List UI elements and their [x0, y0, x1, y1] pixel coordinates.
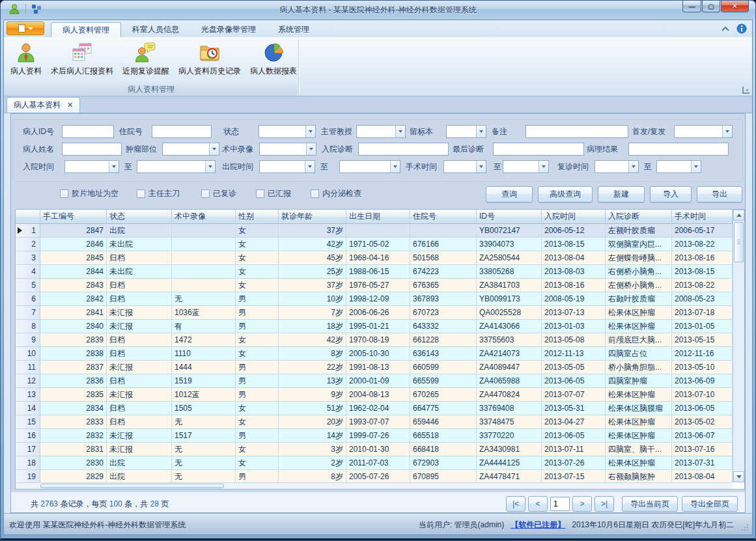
surgery-date-from-combobox[interactable]: [443, 160, 486, 173]
horizontal-scrollbar-thumb[interactable]: [40, 484, 224, 488]
row-header[interactable]: 11: [16, 361, 40, 374]
vertical-scrollbar-thumb[interactable]: [734, 222, 744, 262]
chevron-down-icon[interactable]: [691, 161, 701, 173]
patient-id-input[interactable]: [62, 125, 114, 138]
collapse-ribbon-chevron-icon[interactable]: [721, 25, 730, 32]
export-all-pages-button[interactable]: 导出全部页: [682, 496, 738, 512]
table-row[interactable]: 72841未汇报1036蓝男7岁2006-06-26670723QA002552…: [16, 306, 744, 320]
row-header[interactable]: 1: [16, 224, 40, 238]
chevron-down-icon[interactable]: [205, 161, 215, 173]
table-row[interactable]: 92839归档1472女42岁1970-08-19661228337556032…: [16, 333, 744, 347]
revisited-checkbox[interactable]: 已复诊: [201, 188, 236, 199]
chevron-down-icon[interactable]: [390, 161, 400, 173]
first-page-button[interactable]: |<: [506, 496, 525, 512]
table-row[interactable]: 192829出院无男8岁2005-07-26670895ZA4478471201…: [16, 470, 744, 484]
patient-name-input[interactable]: [62, 143, 122, 156]
table-row[interactable]: 42844未出院女25岁1988-06-15674223338052682013…: [16, 265, 744, 279]
ribbon-tab-staff-info[interactable]: 科室人员信息: [121, 22, 190, 37]
chief-surgeon-checkbox[interactable]: 主任主刀: [137, 188, 180, 199]
tumor-site-combobox[interactable]: [162, 143, 219, 156]
table-row[interactable]: 182830出院无女2岁2011-07-03672903ZA4444125201…: [16, 456, 744, 470]
row-header[interactable]: 9: [16, 333, 40, 347]
row-header[interactable]: 4: [16, 265, 40, 279]
chevron-down-icon[interactable]: [306, 143, 316, 155]
grid-header-cell[interactable]: 就诊年龄: [279, 210, 346, 224]
query-button[interactable]: 查询: [486, 186, 533, 202]
grid-header-cell[interactable]: ID号: [477, 210, 542, 224]
export-button[interactable]: 导出: [697, 186, 742, 202]
table-row[interactable]: 82840未汇报有男18岁1995-01-21643332ZA414306620…: [16, 320, 744, 333]
reported-checkbox[interactable]: 已汇报: [256, 188, 291, 199]
row-header[interactable]: 2: [16, 238, 40, 251]
ribbon-tab-system-management[interactable]: 系统管理: [267, 22, 320, 37]
onset-recurrence-combobox[interactable]: [674, 125, 733, 138]
row-header[interactable]: 3: [16, 251, 40, 265]
table-row[interactable]: 132835未汇报1012蓝男9岁2004-08-13670265ZA44708…: [16, 388, 744, 402]
grid-header-cell[interactable]: 入院时间: [542, 210, 606, 224]
grid-header-cell[interactable]: 手工编号: [40, 210, 107, 224]
vertical-scrollbar[interactable]: [733, 210, 744, 482]
remark-input[interactable]: [525, 125, 628, 138]
dialog-launcher-icon[interactable]: [742, 87, 749, 94]
patient-data-button[interactable]: 病人资料: [6, 38, 46, 78]
minimize-button[interactable]: —: [682, 1, 701, 12]
table-row[interactable]: 102838归档1110女8岁2005-10-30636143ZA4214073…: [16, 347, 744, 361]
row-header[interactable]: 5: [16, 279, 40, 292]
grid-header-cell[interactable]: 术中录像: [172, 210, 236, 224]
discharge-date-to-combobox[interactable]: [339, 160, 400, 173]
patient-history-button[interactable]: 病人资料历史记录: [174, 38, 245, 78]
next-page-button[interactable]: >: [572, 496, 592, 512]
revisit-date-to-combobox[interactable]: [656, 160, 701, 173]
table-row[interactable]: 12847出院女37岁YB00721472006-05-12左额叶胶质瘤2006…: [16, 224, 744, 238]
row-header[interactable]: 19: [16, 470, 40, 484]
patient-report-chart-button[interactable]: 病人数据报表: [245, 38, 301, 78]
grid-header-cell[interactable]: 出生日期: [346, 210, 410, 224]
chevron-down-icon[interactable]: [209, 143, 219, 155]
grid-header-cell[interactable]: [16, 210, 40, 224]
chevron-down-icon[interactable]: [476, 161, 486, 173]
row-header[interactable]: 16: [16, 429, 40, 443]
grid-header-cell[interactable]: 手术时间: [672, 210, 733, 224]
scroll-up-icon[interactable]: [733, 210, 744, 221]
table-row[interactable]: 22846未出院女42岁1971-05-02676166339040732013…: [16, 238, 744, 251]
postop-report-data-button[interactable]: 术后病人汇报资料: [46, 38, 118, 78]
registered-link[interactable]: 【软件已注册】: [511, 520, 565, 531]
table-row[interactable]: 152833归档无女20岁1993-07-0765944633748475201…: [16, 415, 744, 429]
admission-date-to-combobox[interactable]: [137, 160, 216, 173]
row-header[interactable]: 17: [16, 443, 40, 456]
table-row[interactable]: 32845归档女45岁1968-04-16501568ZA25805442013…: [16, 251, 744, 265]
professor-combobox[interactable]: [356, 125, 406, 138]
advanced-query-button[interactable]: 高级查询: [538, 186, 593, 202]
surgery-date-to-combobox[interactable]: [503, 160, 549, 173]
chevron-down-icon[interactable]: [109, 161, 119, 173]
grid-header-cell[interactable]: 状态: [107, 210, 172, 224]
chevron-down-icon[interactable]: [305, 126, 315, 137]
pathology-result-input[interactable]: [628, 143, 729, 156]
row-header[interactable]: 15: [16, 415, 40, 429]
table-row[interactable]: 142834归档1505女51岁1962-02-0466477533769408…: [16, 402, 744, 415]
revisit-reminder-button[interactable]: 近期复诊提醒: [118, 38, 174, 78]
new-button[interactable]: 新建: [598, 186, 645, 202]
export-current-page-button[interactable]: 导出当前页: [622, 496, 678, 512]
chevron-down-icon[interactable]: [722, 126, 732, 137]
row-header[interactable]: 18: [16, 456, 40, 470]
chevron-down-icon[interactable]: [305, 161, 315, 173]
admission-diagnosis-input[interactable]: [358, 143, 449, 156]
app-menu-button[interactable]: [7, 21, 44, 35]
surgery-video-combobox[interactable]: [259, 143, 316, 156]
import-button[interactable]: 导入: [650, 186, 692, 202]
row-header[interactable]: 14: [16, 402, 40, 415]
chevron-down-icon[interactable]: [628, 161, 638, 173]
maximize-button[interactable]: ▢: [702, 1, 720, 12]
table-row[interactable]: 162832未汇报1517男14岁1999-07-266655183377022…: [16, 429, 744, 443]
revisit-date-from-combobox[interactable]: [595, 160, 639, 173]
table-row[interactable]: 52843归档女37岁1976-05-27676365ZA38417032013…: [16, 279, 744, 292]
grid-header-cell[interactable]: 住院号: [410, 210, 477, 224]
table-row[interactable]: 112837未汇报1444男22岁1991-08-13660599ZA40894…: [16, 361, 744, 374]
endocrine-exam-checkbox[interactable]: 内分泌检查: [311, 188, 361, 199]
chevron-down-icon[interactable]: [395, 126, 405, 137]
last-page-button[interactable]: >|: [595, 496, 614, 512]
row-header[interactable]: 13: [16, 388, 40, 402]
prev-page-button[interactable]: <: [528, 496, 548, 512]
info-icon[interactable]: [736, 23, 747, 34]
